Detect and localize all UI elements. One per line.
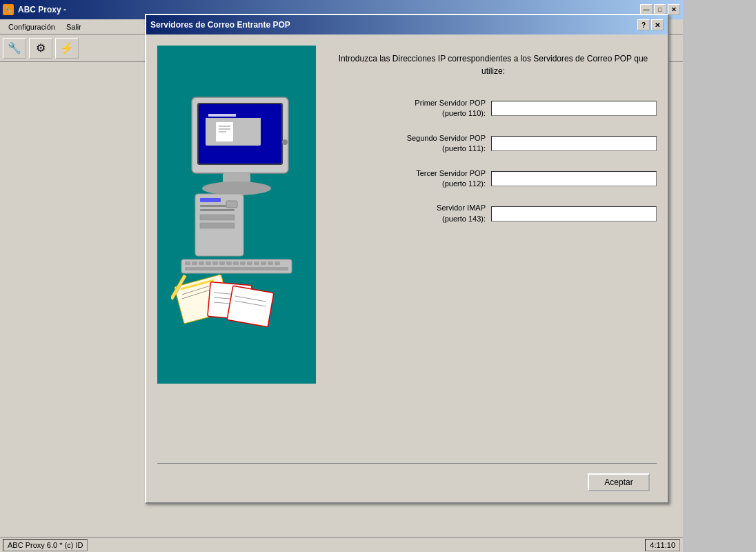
svg-rect-22 xyxy=(192,262,197,265)
toolbar-settings-button[interactable]: ⚙ xyxy=(29,38,52,59)
svg-rect-33 xyxy=(268,262,273,265)
status-time: 4:11:10 xyxy=(645,539,680,551)
svg-rect-5 xyxy=(208,114,236,117)
svg-rect-45 xyxy=(227,286,274,327)
toolbar-tools-button[interactable]: 🔧 xyxy=(3,38,26,59)
svg-rect-27 xyxy=(226,262,232,265)
svg-rect-32 xyxy=(261,262,266,265)
svg-rect-16 xyxy=(200,209,235,211)
input-servidor-imap[interactable] xyxy=(491,206,657,221)
dialog-separator xyxy=(157,463,657,464)
main-window-title: ABC Proxy - xyxy=(18,5,640,14)
svg-rect-30 xyxy=(247,262,252,265)
svg-rect-24 xyxy=(206,262,211,265)
svg-rect-17 xyxy=(226,201,237,208)
svg-rect-10 xyxy=(223,173,250,183)
dialog-title: Servidores de Correo Entrante POP xyxy=(150,20,636,30)
input-tercer-servidor-pop[interactable] xyxy=(491,171,657,186)
dialog-buttons: Aceptar xyxy=(157,473,657,491)
input-segundo-servidor-pop[interactable] xyxy=(491,136,657,151)
dialog-form: Introduzca las Direcciones IP correspond… xyxy=(330,46,657,456)
dialog-pop-servers: Servidores de Correo Entrante POP ? ✕ xyxy=(145,14,669,504)
svg-rect-19 xyxy=(200,223,235,228)
label-primer-servidor-pop: Primer Servidor POP (puerto 110): xyxy=(415,98,486,119)
label-servidor-imap: Servidor IMAP (puerto 143): xyxy=(437,203,486,224)
svg-rect-34 xyxy=(275,262,280,265)
dialog-image-panel xyxy=(157,46,316,384)
svg-rect-29 xyxy=(240,262,246,265)
form-field-tercer-pop: Tercer Servidor POP (puerto 112): xyxy=(330,168,657,190)
dialog-body: Introduzca las Direcciones IP correspond… xyxy=(157,46,657,456)
dialog-titlebar: Servidores de Correo Entrante POP ? ✕ xyxy=(146,15,668,34)
svg-rect-21 xyxy=(185,262,190,265)
dialog-close-button[interactable]: ✕ xyxy=(651,19,664,30)
dialog-help-button[interactable]: ? xyxy=(637,19,650,30)
label-segundo-servidor-pop: Segundo Servidor POP (puerto 111): xyxy=(407,133,486,155)
dialog-content: Introduzca las Direcciones IP correspond… xyxy=(146,34,668,502)
status-text: ABC Proxy 6.0 * (c) ID xyxy=(3,539,88,551)
svg-rect-26 xyxy=(219,262,225,265)
svg-rect-23 xyxy=(199,262,204,265)
form-field-imap: Servidor IMAP (puerto 143): xyxy=(330,203,657,224)
right-panel xyxy=(683,0,756,552)
form-field-primer-pop: Primer Servidor POP (puerto 110): xyxy=(330,98,657,119)
svg-rect-14 xyxy=(200,198,221,202)
aceptar-button[interactable]: Aceptar xyxy=(588,473,650,491)
svg-rect-31 xyxy=(254,262,259,265)
svg-rect-25 xyxy=(212,262,218,265)
menu-salir[interactable]: Salir xyxy=(61,21,87,32)
label-tercer-servidor-pop: Tercer Servidor POP (puerto 112): xyxy=(416,168,486,190)
computer-illustration xyxy=(171,77,302,353)
toolbar-power-button[interactable]: ⚡ xyxy=(55,38,79,59)
form-field-segundo-pop: Segundo Servidor POP (puerto 111): xyxy=(330,133,657,155)
close-button[interactable]: ✕ xyxy=(668,4,680,15)
app-icon: 🔧 xyxy=(3,4,14,15)
input-primer-servidor-pop[interactable] xyxy=(491,101,657,116)
svg-point-12 xyxy=(282,139,288,145)
dialog-description: Introduzca las Direcciones IP correspond… xyxy=(330,52,657,77)
svg-rect-28 xyxy=(233,262,239,265)
svg-rect-18 xyxy=(200,215,235,220)
svg-rect-35 xyxy=(185,267,288,270)
menu-configuracion[interactable]: Configuración xyxy=(3,21,61,32)
statusbar: ABC Proxy 6.0 * (c) ID 4:11:10 xyxy=(0,537,683,552)
svg-point-11 xyxy=(202,181,271,195)
